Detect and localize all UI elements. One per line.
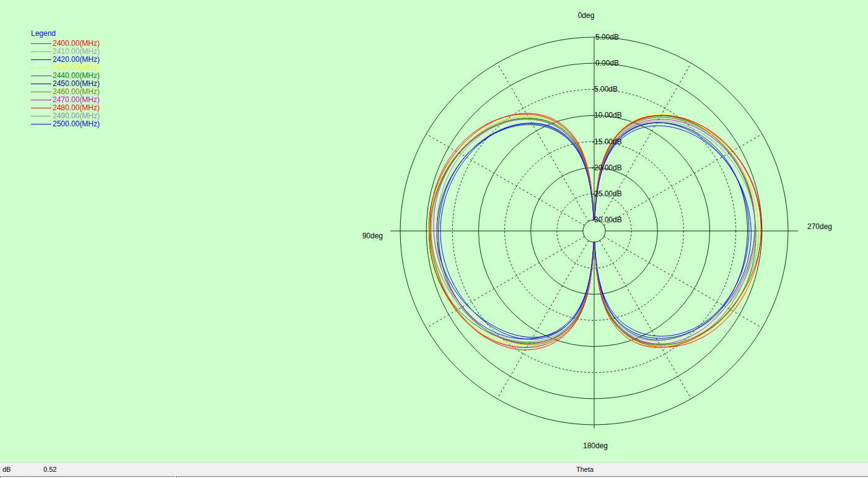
status-cursor-value: 0.52 <box>43 466 56 473</box>
status-unit-label: dB <box>2 466 11 473</box>
polar-radiation-pattern-chart <box>0 0 868 478</box>
legend-swatch <box>31 116 51 116</box>
pattern-curve-2420.00(MHz) <box>439 123 752 340</box>
status-axis-label: Theta <box>576 466 594 473</box>
radial-tick--25dB: -25.00dB <box>592 189 622 198</box>
legend-swatch <box>31 59 51 60</box>
pattern-curve-2450.00(MHz) <box>437 123 747 338</box>
radial-tick-5dB: 5.00dB <box>595 33 619 41</box>
status-bar: dB 0.52 Theta <box>0 463 868 478</box>
radial-tick--5dB: -5.00dB <box>592 85 618 93</box>
radial-tick--30dB: -30.00dB <box>592 215 622 224</box>
angle-label-180deg: 180deg <box>576 441 615 450</box>
legend-swatch <box>31 43 51 44</box>
pattern-curve-2500.00(MHz) <box>441 124 749 340</box>
legend-swatch <box>31 67 51 68</box>
legend-swatch <box>31 124 51 124</box>
pattern-curve-2490.00(MHz) <box>437 119 756 342</box>
legend-swatch <box>31 76 51 76</box>
radial-tick--10dB: -10.00dB <box>592 111 622 120</box>
legend-item: 2500.00(MHz) <box>31 120 100 128</box>
legend-swatch <box>31 108 51 108</box>
legend-swatch <box>31 92 51 92</box>
legend-swatch <box>31 100 51 100</box>
radial-tick-0dB: 0.00dB <box>595 59 619 67</box>
legend-items: 2400.00(MHz)2410.00(MHz)2420.00(MHz)2430… <box>31 40 100 128</box>
radial-tick--20dB: -20.00dB <box>592 163 622 172</box>
legend-title: Legend <box>31 30 100 38</box>
legend-swatch <box>31 84 51 84</box>
application-window: Legend 2400.00(MHz)2410.00(MHz)2420.00(M… <box>0 0 868 478</box>
angle-label-90deg: 90deg <box>346 232 383 240</box>
angle-label-270deg: 270deg <box>807 222 844 231</box>
legend-item-label: 2500.00(MHz) <box>53 120 100 128</box>
legend-swatch <box>31 51 51 52</box>
grid-spoke-300deg <box>604 134 762 226</box>
angle-label-0deg: 0deg <box>568 11 605 20</box>
legend: Legend 2400.00(MHz)2410.00(MHz)2420.00(M… <box>31 30 100 128</box>
radial-tick--15dB: -15.00dB <box>592 137 622 146</box>
grid-spoke-240deg <box>604 237 762 328</box>
